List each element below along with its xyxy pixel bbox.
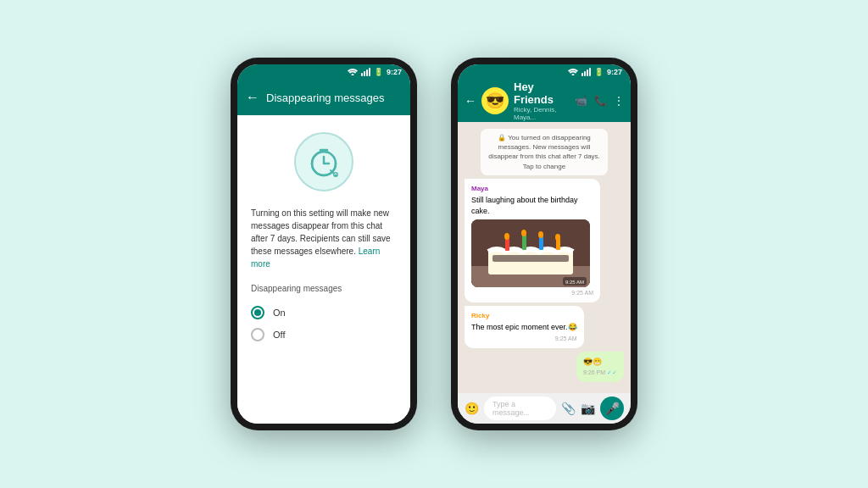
message-text-maya: Still laughing about the birthday cake.: [471, 195, 593, 216]
section-title: Disappearing messages: [251, 284, 342, 293]
message-time-maya: 9:25 AM: [471, 289, 593, 297]
group-name: Hey Friends: [514, 80, 570, 106]
mic-icon: 🎤: [605, 402, 620, 415]
video-call-icon[interactable]: 📹: [575, 95, 587, 107]
description-text: Turning on this setting will make new me…: [251, 207, 397, 270]
radio-label-on: On: [273, 308, 286, 318]
signal-icon-2: [581, 68, 591, 76]
message-text-ricky: The most epic moment ever.😂: [471, 322, 577, 333]
timer-svg: [307, 145, 341, 179]
svg-text:9:25 AM: 9:25 AM: [565, 280, 584, 285]
status-bar-2: 🔋 9:27: [458, 64, 631, 80]
svg-rect-14: [556, 239, 560, 250]
chat-area: 🔒 You turned on disappearing messages. N…: [458, 122, 631, 393]
status-bar-1: 🔋 9:27: [237, 64, 410, 80]
svg-point-16: [521, 230, 526, 236]
svg-rect-12: [522, 235, 526, 250]
cake-svg: 9:25 AM: [471, 219, 590, 287]
message-text-sent: 😎😁: [583, 357, 617, 368]
radio-off[interactable]: [251, 328, 264, 341]
radio-on[interactable]: [251, 306, 264, 319]
signal-icon-1: [361, 68, 370, 76]
svg-rect-10: [492, 255, 569, 262]
phone-1: 🔋 9:27 ← Disappearing messages: [231, 58, 417, 430]
more-options-icon[interactable]: ⋮: [614, 95, 624, 107]
camera-icon[interactable]: 📷: [581, 402, 595, 415]
emoji-icon[interactable]: 🙂: [465, 402, 479, 415]
message-time-ricky: 9:25 AM: [471, 335, 577, 343]
header-icons: 📹 📞 ⋮: [575, 95, 624, 107]
back-button-1[interactable]: ←: [246, 90, 259, 105]
radio-label-off: Off: [273, 330, 285, 340]
phone1-content: Turning on this setting will make new me…: [237, 115, 410, 424]
phones-container: 🔋 9:27 ← Disappearing messages: [231, 58, 637, 430]
time-2: 9:27: [607, 68, 622, 76]
svg-point-6: [571, 74, 574, 75]
attach-icon[interactable]: 📎: [561, 402, 576, 415]
battery-icon-2: 🔋: [594, 68, 604, 76]
wifi-icon: [348, 69, 358, 75]
sender-maya: Maya: [471, 184, 593, 193]
message-sent: 😎😁 9:26 PM ✓✓: [576, 352, 624, 382]
chat-header: ← 😎 Hey Friends Ricky, Dennis, Maya... 📹…: [458, 80, 631, 122]
time-1: 9:27: [387, 68, 402, 76]
phone-1-screen: 🔋 9:27 ← Disappearing messages: [237, 64, 410, 424]
timer-icon: [294, 132, 353, 191]
phone-2: 🔋 9:27 ← 😎 Hey Friends Ricky, Dennis, Ma…: [451, 58, 637, 430]
sender-ricky: Ricky: [471, 311, 577, 320]
cake-image: 9:25 AM: [471, 219, 590, 287]
group-avatar: 😎: [481, 87, 509, 114]
message-ricky: Ricky The most epic moment ever.😂 9:25 A…: [465, 306, 584, 348]
svg-point-0: [351, 74, 353, 75]
svg-rect-11: [505, 238, 509, 251]
radio-option-off[interactable]: Off: [251, 324, 397, 346]
chat-input-bar: 🙂 Type a message... 📎 📷 🎤: [458, 393, 631, 424]
back-button-2[interactable]: ←: [465, 94, 476, 108]
battery-icon-1: 🔋: [374, 68, 383, 76]
message-maya: Maya Still laughing about the birthday c…: [465, 179, 600, 302]
message-time-sent: 9:26 PM ✓✓: [583, 369, 617, 377]
page-title-1: Disappearing messages: [266, 92, 402, 104]
mic-button[interactable]: 🎤: [600, 396, 624, 420]
svg-point-15: [504, 233, 509, 240]
svg-point-18: [555, 234, 560, 241]
group-members: Ricky, Dennis, Maya...: [514, 106, 570, 121]
call-icon[interactable]: 📞: [594, 95, 607, 107]
svg-point-17: [538, 231, 543, 238]
system-message[interactable]: 🔒 You turned on disappearing messages. N…: [481, 129, 608, 175]
message-input[interactable]: Type a message...: [484, 396, 556, 420]
chat-info[interactable]: Hey Friends Ricky, Dennis, Maya...: [514, 80, 570, 121]
radio-inner-on: [254, 309, 261, 316]
svg-rect-13: [539, 236, 543, 250]
phone-2-screen: 🔋 9:27 ← 😎 Hey Friends Ricky, Dennis, Ma…: [458, 64, 631, 424]
wifi-icon-2: [568, 69, 578, 75]
read-receipts: ✓✓: [607, 369, 617, 375]
radio-option-on[interactable]: On: [251, 302, 397, 324]
phone1-header: ← Disappearing messages: [237, 80, 410, 115]
